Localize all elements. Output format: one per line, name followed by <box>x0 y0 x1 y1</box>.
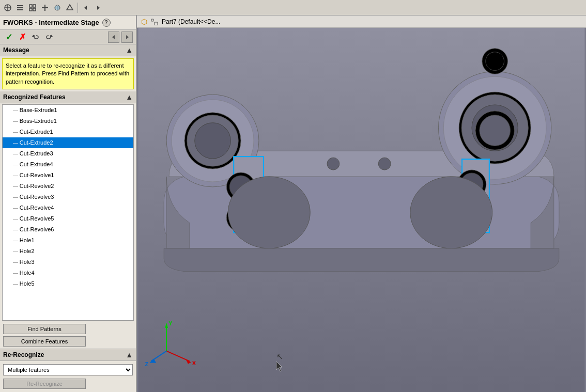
svg-rect-9 <box>33 8 36 11</box>
svg-point-12 <box>55 5 60 10</box>
features-collapse-icon[interactable]: ▲ <box>126 93 133 101</box>
features-section: Recognized Features ▲ Base-Extrude1Boss-… <box>0 91 136 349</box>
toolbar-icon-1[interactable] <box>2 2 13 13</box>
toolbar-back[interactable] <box>80 2 91 13</box>
feature-item[interactable]: Cut-Revolve1 <box>3 170 133 181</box>
help-button[interactable]: ? <box>102 19 111 27</box>
panel-title: FWORKS - Intermediate Stage <box>3 19 99 26</box>
redo-button[interactable] <box>43 32 55 43</box>
rerecognize-section: Re-Recognize ▲ Multiple featuresSingle f… <box>0 349 136 392</box>
features-section-header[interactable]: Recognized Features ▲ <box>0 91 136 103</box>
rerecognize-button[interactable]: Re-Recognize <box>3 379 86 389</box>
feature-item[interactable]: Hole5 <box>3 278 133 289</box>
toolbar-icon-3[interactable] <box>27 2 38 13</box>
rerecognize-content: Multiple featuresSingle feature Re-Recog… <box>0 361 136 392</box>
svg-text:X: X <box>192 360 196 366</box>
part-title: Part7 (Default<<De... <box>162 18 220 25</box>
svg-rect-4 <box>17 7 23 8</box>
rerecognize-dropdown-row: Multiple featuresSingle feature <box>3 364 133 375</box>
svg-marker-18 <box>126 35 129 39</box>
feature-item[interactable]: Cut-Revolve4 <box>3 202 133 213</box>
toolbar-forward[interactable] <box>92 2 104 13</box>
svg-marker-19 <box>151 19 153 21</box>
svg-marker-15 <box>84 6 87 10</box>
rerecognize-header[interactable]: Re-Recognize ▲ <box>0 349 136 361</box>
feature-item[interactable]: Hole4 <box>3 268 133 278</box>
undo-button[interactable] <box>30 32 41 43</box>
panel-title-area: FWORKS - Intermediate Stage ? <box>0 15 136 30</box>
svg-rect-37 <box>233 156 264 157</box>
svg-marker-20 <box>155 22 158 25</box>
features-list-container: Base-Extrude1Boss-Extrude1Cut-Extrude1Cu… <box>0 103 136 322</box>
svg-text:Y: Y <box>168 320 173 326</box>
svg-point-54 <box>228 177 310 248</box>
feature-item[interactable]: Cut-Extrude4 <box>3 159 133 170</box>
main-layout: FWORKS - Intermediate Stage ? ✓ ✗ Messag… <box>0 15 586 392</box>
toolbar-separator <box>78 3 78 13</box>
svg-marker-14 <box>67 5 73 10</box>
rerecognize-dropdown[interactable]: Multiple featuresSingle feature <box>3 364 133 375</box>
svg-rect-3 <box>17 5 23 6</box>
svg-point-53 <box>480 115 511 146</box>
features-title: Recognized Features <box>3 93 66 101</box>
cancel-button[interactable]: ✗ <box>17 32 28 43</box>
rerecognize-collapse-icon[interactable]: ▲ <box>126 351 133 359</box>
features-buttons: Find Patterns Combine Features <box>0 322 136 349</box>
part-icon: ⬡ <box>141 18 147 26</box>
feature-item[interactable]: Base-Extrude1 <box>3 105 133 116</box>
message-box: Select a feature to re-recognize it as a… <box>2 58 134 89</box>
feature-item[interactable]: Cut-Revolve2 <box>3 181 133 192</box>
svg-point-56 <box>327 158 340 170</box>
svg-rect-8 <box>29 8 32 11</box>
combine-features-button[interactable]: Combine Features <box>3 336 86 347</box>
left-panel: FWORKS - Intermediate Stage ? ✓ ✗ Messag… <box>0 15 137 392</box>
toolbar-icon-2[interactable] <box>14 2 26 13</box>
main-toolbar <box>0 0 586 15</box>
message-collapse-icon[interactable]: ▲ <box>126 46 133 54</box>
svg-rect-5 <box>17 9 23 10</box>
feature-item[interactable]: Cut-Extrude2 <box>3 137 133 148</box>
viewport[interactable]: ⬡ Part7 (Default<<De... <box>137 15 586 392</box>
feature-item[interactable]: Cut-Extrude1 <box>3 127 133 137</box>
rerecognize-title: Re-Recognize <box>3 351 44 358</box>
feature-item[interactable]: Boss-Extrude1 <box>3 116 133 127</box>
svg-point-55 <box>410 177 492 248</box>
message-title: Message <box>3 46 29 54</box>
nav-back-button[interactable] <box>108 32 119 43</box>
feature-item[interactable]: Hole2 <box>3 246 133 257</box>
feature-item[interactable]: Cut-Revolve3 <box>3 192 133 202</box>
toolbar-icon-4[interactable] <box>39 2 51 13</box>
toolbar-icon-6[interactable] <box>64 2 75 13</box>
svg-point-57 <box>378 158 391 170</box>
nav-forward-button[interactable] <box>121 32 133 43</box>
svg-point-26 <box>195 123 231 159</box>
feature-item[interactable]: Hole3 <box>3 257 133 268</box>
feature-item[interactable]: Cut-Revolve6 <box>3 224 133 235</box>
feature-item[interactable]: Cut-Extrude3 <box>3 148 133 159</box>
feature-item[interactable]: Hole1 <box>3 235 133 246</box>
svg-marker-17 <box>112 35 115 39</box>
message-section-header[interactable]: Message ▲ <box>0 44 136 56</box>
feature-item[interactable]: Cut-Revolve5 <box>3 213 133 224</box>
svg-rect-6 <box>29 5 32 7</box>
expand-icon <box>150 18 159 25</box>
confirm-button[interactable]: ✓ <box>3 32 14 43</box>
find-patterns-button[interactable]: Find Patterns <box>3 324 86 334</box>
viewport-header: ⬡ Part7 (Default<<De... <box>137 15 586 28</box>
toolbar-icon-5[interactable] <box>52 2 63 13</box>
svg-text:Z: Z <box>145 361 148 367</box>
viewport-3d[interactable]: Y X Z <box>137 28 586 392</box>
action-row: ✓ ✗ <box>0 30 136 44</box>
part-3d-view: Y X Z <box>137 28 586 392</box>
svg-point-33 <box>486 52 504 71</box>
message-text: Select a feature to re-recognize it as a… <box>6 62 129 85</box>
svg-marker-16 <box>97 6 100 10</box>
features-list[interactable]: Base-Extrude1Boss-Extrude1Cut-Extrude1Cu… <box>2 104 134 321</box>
svg-rect-42 <box>461 159 490 160</box>
svg-rect-7 <box>33 5 36 7</box>
